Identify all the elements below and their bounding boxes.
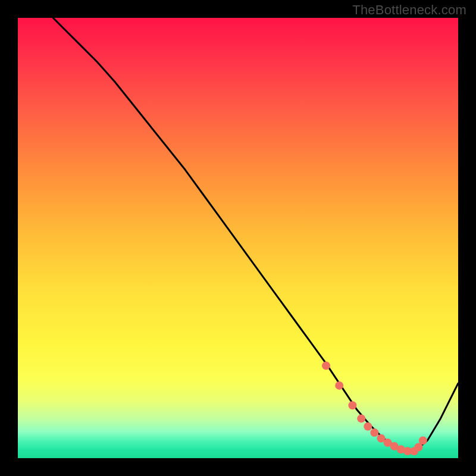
highlight-point [348, 401, 356, 409]
bottleneck-curve [53, 18, 458, 452]
highlight-point [322, 362, 330, 370]
chart-overlay [18, 18, 458, 458]
chart-frame: TheBottleneck.com [0, 0, 476, 476]
highlight-points [322, 362, 427, 456]
plot-area [18, 18, 458, 458]
highlight-point [370, 428, 378, 437]
highlight-point [364, 422, 372, 431]
highlight-point [357, 414, 365, 422]
attribution-text: TheBottleneck.com [352, 2, 466, 18]
highlight-point [335, 381, 343, 390]
highlight-point [419, 436, 427, 444]
bottleneck-curve-path [53, 18, 458, 452]
